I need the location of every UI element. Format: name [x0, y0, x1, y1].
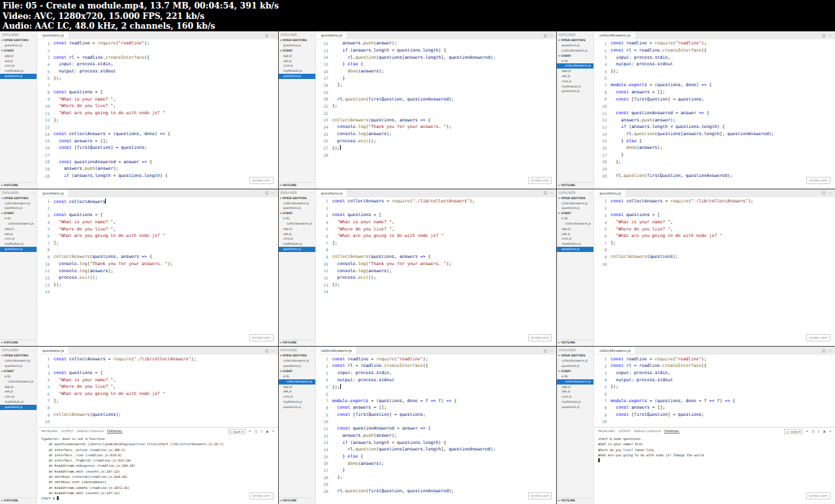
split-editor-icon[interactable]: ◫ [265, 191, 268, 195]
maximize-panel-icon[interactable]: ▲ [823, 430, 826, 433]
more-actions-icon[interactable]: ⋯ [271, 349, 275, 353]
outline-section-header[interactable]: ▸ OUTLINE [0, 339, 37, 345]
explorer-file-item[interactable]: app.js [0, 385, 37, 390]
split-editor-icon[interactable]: ◫ [544, 349, 547, 353]
more-actions-icon[interactable]: ⋯ [588, 33, 591, 37]
more-actions-icon[interactable]: ⋯ [588, 191, 591, 195]
explorer-file-item[interactable]: core.js [0, 394, 37, 400]
editor-tab[interactable]: collectAnswers.js [595, 31, 635, 39]
panel-tab-output[interactable]: OUTPUT [618, 430, 631, 433]
outline-section-header[interactable]: ▸ OUTLINE [279, 497, 315, 503]
explorer-file-item[interactable]: myModule.js [0, 69, 37, 74]
editor-tab[interactable]: questions.js [38, 347, 69, 354]
open-editor-item[interactable]: questions.js [0, 364, 37, 369]
code-area[interactable]: 1const readline = require("readline");2c… [317, 354, 557, 504]
open-editor-item[interactable]: questions.js [557, 43, 593, 48]
explorer-file-item[interactable]: questions.js [279, 405, 315, 410]
explorer-file-item[interactable]: questions.js [557, 89, 593, 94]
terminal-shell-select[interactable]: 1: bash ▾ [228, 429, 245, 434]
open-editors-header[interactable]: ▾ OPEN EDITORS [557, 38, 593, 43]
open-editor-item[interactable]: questions.js [557, 206, 593, 211]
more-actions-icon[interactable]: ⋯ [31, 33, 35, 37]
open-editor-item[interactable]: collectAnswers.js [557, 48, 593, 54]
folder-section-header[interactable]: ▾ START [557, 54, 593, 59]
more-actions-icon[interactable]: ⋯ [588, 349, 591, 353]
open-editors-header[interactable]: ▾ OPEN EDITORS [279, 353, 315, 358]
explorer-file-item[interactable]: ask.js [279, 389, 315, 394]
explorer-file-item[interactable]: collectAnswers.js [557, 379, 593, 385]
panel-tab-problems[interactable]: PROBLEMS [41, 430, 58, 433]
outline-section-header[interactable]: ▸ OUTLINE [0, 182, 37, 188]
explorer-file-item[interactable]: collectAnswers.js [0, 379, 37, 385]
open-editors-header[interactable]: ▾ OPEN EDITORS [279, 196, 315, 201]
explorer-file-item[interactable]: app.js [0, 227, 37, 232]
code-area[interactable]: 1const readline = require("readline");2c… [595, 39, 835, 189]
terminal-body[interactable]: start $ node questionsWhat is your name?… [595, 435, 835, 464]
trash-terminal-icon[interactable]: ▯ [818, 430, 820, 433]
code-area[interactable]: 1const readline = require("readline");23… [38, 39, 278, 189]
code-area[interactable]: 1const collectAnswers = require("./lib/c… [595, 197, 835, 347]
split-editor-icon[interactable]: ◫ [544, 33, 547, 37]
panel-tab-problems[interactable]: PROBLEMS [598, 430, 615, 433]
folder-section-header[interactable]: ▾ START [0, 369, 37, 374]
editor-tab[interactable]: questions.js [38, 31, 69, 39]
explorer-folder-item[interactable]: ▾ lib [0, 374, 37, 379]
editor-tab[interactable]: questions.js [595, 189, 626, 197]
explorer-file-item[interactable]: core.js [0, 236, 37, 242]
more-actions-icon[interactable]: ⋯ [828, 33, 832, 37]
explorer-file-item[interactable]: collectAnswers.js [279, 379, 315, 385]
open-editor-item[interactable]: collectAnswers.js [557, 358, 593, 364]
more-actions-icon[interactable]: ⋯ [550, 33, 554, 37]
explorer-file-item[interactable]: ask.js [279, 59, 315, 64]
more-actions-icon[interactable]: ⋯ [828, 191, 832, 195]
close-panel-icon[interactable]: × [829, 430, 832, 433]
editor-tab[interactable]: questions.js [317, 189, 348, 197]
explorer-file-item[interactable]: app.js [279, 54, 315, 59]
explorer-file-item[interactable]: core.js [279, 63, 315, 69]
explorer-file-item[interactable]: app.js [557, 69, 593, 74]
editor-tab[interactable]: collectAnswers.js [317, 347, 357, 354]
more-actions-icon[interactable]: ⋯ [271, 33, 275, 37]
open-editor-item[interactable]: collectAnswers.js [557, 201, 593, 206]
explorer-file-item[interactable]: ask.js [279, 232, 315, 237]
more-actions-icon[interactable]: ⋯ [310, 349, 313, 353]
explorer-folder-item[interactable]: ▾ lib [557, 374, 593, 379]
split-editor-icon[interactable]: ◫ [822, 349, 825, 353]
explorer-file-item[interactable]: ask.js [557, 232, 593, 237]
explorer-file-item[interactable]: myModule.js [0, 242, 37, 247]
more-actions-icon[interactable]: ⋯ [310, 33, 313, 37]
open-editor-item[interactable]: collectAnswers.js [279, 358, 315, 364]
split-terminal-icon[interactable]: ◫ [255, 430, 258, 433]
explorer-folder-item[interactable]: ▾ lib [557, 59, 593, 64]
explorer-file-item[interactable]: myModule.js [279, 242, 315, 247]
code-area[interactable]: 12 answers.push(answer);13 if (answers.l… [317, 39, 557, 189]
outline-section-header[interactable]: ▸ OUTLINE [557, 497, 593, 503]
add-terminal-icon[interactable]: + [249, 430, 251, 433]
open-editor-item[interactable]: collectAnswers.js [0, 358, 37, 364]
explorer-file-item[interactable]: core.js [557, 394, 593, 400]
folder-section-header[interactable]: ▾ START [279, 369, 315, 374]
explorer-file-item[interactable]: core.js [279, 394, 315, 400]
explorer-file-item[interactable]: app.js [279, 227, 315, 232]
explorer-file-item[interactable]: app.js [279, 385, 315, 390]
explorer-file-item[interactable]: myModule.js [557, 400, 593, 405]
terminal-body[interactable]: TypeError: done is not a function at que… [38, 435, 278, 503]
code-area[interactable]: 1const collectAnswers23const questions =… [38, 197, 278, 347]
explorer-folder-item[interactable]: ▾ lib [0, 216, 37, 221]
open-editor-item[interactable]: collectAnswers.js [279, 201, 315, 206]
explorer-file-item[interactable]: ask.js [0, 389, 37, 394]
split-editor-icon[interactable]: ◫ [265, 33, 268, 37]
panel-tab-terminal[interactable]: TERMINAL [107, 430, 123, 433]
explorer-file-item[interactable]: ask.js [0, 232, 37, 237]
explorer-folder-item[interactable]: ▾ lib [557, 216, 593, 221]
open-editor-item[interactable]: collectAnswers.js [0, 201, 37, 206]
more-actions-icon[interactable]: ⋯ [31, 191, 35, 195]
explorer-file-item[interactable]: myModule.js [279, 69, 315, 74]
open-editor-item[interactable]: questions.js [279, 43, 315, 48]
open-editor-item[interactable]: questions.js [279, 364, 315, 369]
outline-section-header[interactable]: ▸ OUTLINE [557, 339, 593, 345]
explorer-file-item[interactable]: myModule.js [557, 242, 593, 247]
terminal-shell-select[interactable]: 1: node ▾ [784, 429, 802, 434]
explorer-file-item[interactable]: core.js [0, 63, 37, 69]
explorer-file-item[interactable]: collectAnswers.js [279, 221, 315, 227]
